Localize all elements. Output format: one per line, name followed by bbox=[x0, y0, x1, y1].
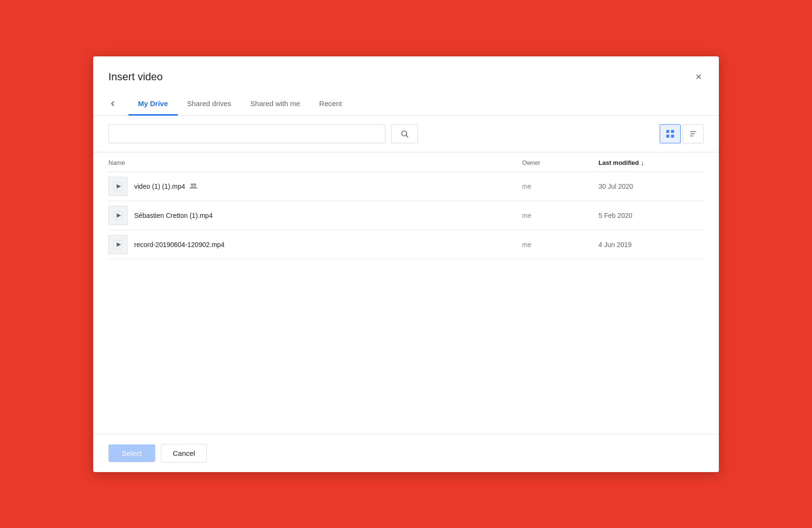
file-owner: me bbox=[522, 183, 598, 190]
file-table: Name Owner Last modified ↓ video (1) (1)… bbox=[93, 152, 719, 434]
file-name: video (1) (1).mp4 bbox=[134, 183, 185, 190]
insert-video-dialog: Insert video × My Drive Shared drives Sh… bbox=[93, 56, 719, 472]
table-row[interactable]: Sébastien Cretton (1).mp4 me 5 Feb 2020 bbox=[108, 201, 704, 230]
file-name-area: record-20190604-120902.mp4 bbox=[134, 241, 522, 248]
col-owner-header: Owner bbox=[522, 159, 598, 166]
back-button[interactable] bbox=[108, 97, 121, 110]
tab-shared-drives[interactable]: Shared drives bbox=[178, 93, 241, 116]
file-name-area: Sébastien Cretton (1).mp4 bbox=[134, 212, 522, 219]
tab-shared-with-me[interactable]: Shared with me bbox=[241, 93, 310, 116]
svg-rect-5 bbox=[671, 134, 674, 137]
file-thumbnail bbox=[108, 206, 128, 225]
cancel-button[interactable]: Cancel bbox=[161, 444, 207, 463]
svg-point-12 bbox=[193, 183, 196, 186]
file-thumbnail bbox=[108, 235, 128, 254]
view-toggle-buttons bbox=[660, 124, 704, 143]
table-row[interactable]: record-20190604-120902.mp4 me 4 Jun 2019 bbox=[108, 230, 704, 259]
close-button[interactable]: × bbox=[694, 70, 704, 84]
sort-button[interactable] bbox=[683, 124, 704, 143]
svg-point-0 bbox=[402, 131, 407, 136]
col-modified-header[interactable]: Last modified ↓ bbox=[598, 159, 704, 167]
tab-my-drive[interactable]: My Drive bbox=[128, 93, 178, 116]
col-name-header: Name bbox=[108, 159, 522, 166]
file-name: Sébastien Cretton (1).mp4 bbox=[134, 212, 213, 219]
tabs-bar: My Drive Shared drives Shared with me Re… bbox=[93, 93, 719, 116]
svg-rect-3 bbox=[671, 129, 674, 132]
search-button[interactable] bbox=[391, 124, 418, 143]
file-name-area: video (1) (1).mp4 bbox=[134, 182, 522, 191]
file-owner: me bbox=[522, 212, 598, 219]
select-button[interactable]: Select bbox=[108, 444, 155, 462]
file-modified: 30 Jul 2020 bbox=[598, 183, 704, 190]
file-modified: 5 Feb 2020 bbox=[598, 212, 704, 219]
search-bar bbox=[93, 116, 719, 152]
svg-line-1 bbox=[406, 135, 408, 137]
dialog-title: Insert video bbox=[108, 71, 163, 83]
file-thumbnail bbox=[108, 177, 128, 196]
svg-point-11 bbox=[191, 183, 193, 186]
grid-view-button[interactable] bbox=[660, 124, 681, 143]
table-row[interactable]: video (1) (1).mp4 me 30 Jul 2020 bbox=[108, 172, 704, 201]
search-input[interactable] bbox=[108, 124, 385, 143]
dialog-footer: Select Cancel bbox=[93, 434, 719, 472]
svg-rect-4 bbox=[666, 134, 669, 137]
file-modified: 4 Jun 2019 bbox=[598, 241, 704, 248]
table-header: Name Owner Last modified ↓ bbox=[108, 152, 704, 172]
sort-direction-icon: ↓ bbox=[641, 159, 644, 167]
svg-rect-2 bbox=[666, 129, 669, 132]
dialog-header: Insert video × bbox=[93, 56, 719, 84]
shared-icon bbox=[189, 182, 198, 191]
tab-recent[interactable]: Recent bbox=[310, 93, 352, 116]
file-name: record-20190604-120902.mp4 bbox=[134, 241, 224, 248]
file-owner: me bbox=[522, 241, 598, 248]
